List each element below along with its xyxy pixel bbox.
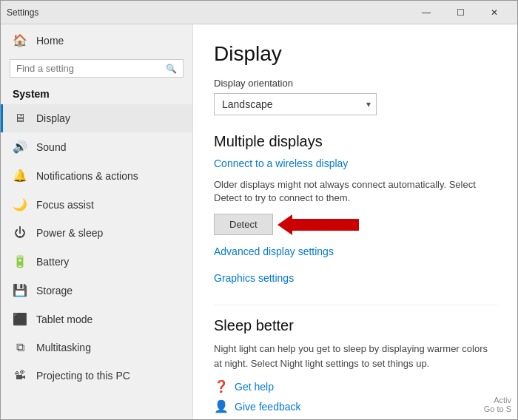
projecting-icon: 📽 xyxy=(13,369,27,382)
sleep-better-title: Sleep better xyxy=(214,317,497,334)
notifications-icon: 🔔 xyxy=(13,169,27,183)
sidebar-item-tablet[interactable]: ⬛ Tablet mode xyxy=(1,305,192,333)
close-button[interactable]: ✕ xyxy=(477,1,511,24)
search-input[interactable] xyxy=(16,63,166,74)
sidebar-item-battery[interactable]: 🔋 Battery xyxy=(1,247,192,276)
multiple-displays-title: Multiple displays xyxy=(214,133,497,150)
arrow-body xyxy=(292,219,359,231)
tablet-icon: ⬛ xyxy=(13,312,27,326)
older-displays-desc: Older displays might not always connect … xyxy=(214,178,480,205)
get-help-link[interactable]: ❓ Get help xyxy=(214,379,497,393)
sound-icon: 🔊 xyxy=(13,140,27,154)
activate-line2: Go to S xyxy=(484,404,511,413)
home-nav-item[interactable]: 🏠 Home xyxy=(1,24,192,56)
connect-wireless-link[interactable]: Connect to a wireless display xyxy=(214,158,348,169)
home-icon: 🏠 xyxy=(13,33,27,47)
window-controls: — ☐ ✕ xyxy=(409,1,511,24)
feedback-icon: 👤 xyxy=(214,399,229,413)
display-icon: 🖥 xyxy=(13,112,27,125)
main-content: Display Display orientation Landscape Po… xyxy=(193,24,517,419)
storage-icon: 💾 xyxy=(13,283,27,297)
content-area: 🏠 Home 🔍 System 🖥 Display 🔊 Sound 🔔 Noti… xyxy=(1,24,517,419)
minimize-button[interactable]: — xyxy=(409,1,443,24)
section-divider xyxy=(214,305,497,305)
page-title: Display xyxy=(214,42,497,66)
activate-line1: Activ xyxy=(484,396,511,404)
display-nav-label: Display xyxy=(36,112,70,124)
battery-nav-label: Battery xyxy=(36,256,69,268)
give-feedback-label: Give feedback xyxy=(235,401,301,413)
multitasking-icon: ⧉ xyxy=(13,341,27,354)
storage-nav-label: Storage xyxy=(36,285,73,297)
give-feedback-link[interactable]: 👤 Give feedback xyxy=(214,399,497,413)
home-label: Home xyxy=(36,35,64,47)
activate-watermark: Activ Go to S xyxy=(484,396,511,413)
search-box[interactable]: 🔍 xyxy=(10,59,184,78)
sidebar-item-multitasking[interactable]: ⧉ Multitasking xyxy=(1,333,192,362)
titlebar: Settings — ☐ ✕ xyxy=(1,1,517,24)
power-icon: ⏻ xyxy=(13,226,27,240)
power-nav-label: Power & sleep xyxy=(36,227,103,239)
detect-button[interactable]: Detect xyxy=(214,214,273,235)
sidebar-item-notifications[interactable]: 🔔 Notifications & actions xyxy=(1,161,192,190)
focus-icon: 🌙 xyxy=(13,197,27,211)
notifications-nav-label: Notifications & actions xyxy=(36,170,138,182)
maximize-button[interactable]: ☐ xyxy=(443,1,477,24)
sleep-description: Night light can help you get to sleep by… xyxy=(214,342,495,370)
sidebar-item-focus[interactable]: 🌙 Focus assist xyxy=(1,190,192,219)
settings-window: Settings — ☐ ✕ 🏠 Home 🔍 System 🖥 Display xyxy=(0,0,518,420)
window-title: Settings xyxy=(7,7,409,18)
orientation-select-wrapper[interactable]: Landscape Portrait Landscape (flipped) P… xyxy=(214,93,377,115)
focus-nav-label: Focus assist xyxy=(36,199,94,211)
get-help-label: Get help xyxy=(235,381,274,393)
graphics-settings-link[interactable]: Graphics settings xyxy=(214,272,294,284)
sidebar-item-power[interactable]: ⏻ Power & sleep xyxy=(1,219,192,247)
system-section-label: System xyxy=(1,84,192,104)
search-icon: 🔍 xyxy=(166,64,177,74)
orientation-select[interactable]: Landscape Portrait Landscape (flipped) P… xyxy=(214,93,377,115)
battery-icon: 🔋 xyxy=(13,254,27,268)
sidebar-item-sound[interactable]: 🔊 Sound xyxy=(1,132,192,161)
advanced-display-link[interactable]: Advanced display settings xyxy=(214,245,334,257)
sidebar-item-display[interactable]: 🖥 Display xyxy=(1,104,192,132)
red-arrow xyxy=(278,214,359,235)
sidebar-item-projecting[interactable]: 📽 Projecting to this PC xyxy=(1,362,192,390)
multitasking-nav-label: Multitasking xyxy=(36,342,91,353)
orientation-label: Display orientation xyxy=(214,78,497,89)
tablet-nav-label: Tablet mode xyxy=(36,314,92,325)
projecting-nav-label: Projecting to this PC xyxy=(36,370,130,382)
help-icon: ❓ xyxy=(214,379,229,393)
detect-row: Detect xyxy=(214,214,497,235)
arrow-head-icon xyxy=(278,214,292,235)
footer-links: ❓ Get help 👤 Give feedback xyxy=(214,379,497,413)
sidebar-item-storage[interactable]: 💾 Storage xyxy=(1,276,192,305)
sidebar: 🏠 Home 🔍 System 🖥 Display 🔊 Sound 🔔 Noti… xyxy=(1,24,193,419)
sound-nav-label: Sound xyxy=(36,141,66,153)
